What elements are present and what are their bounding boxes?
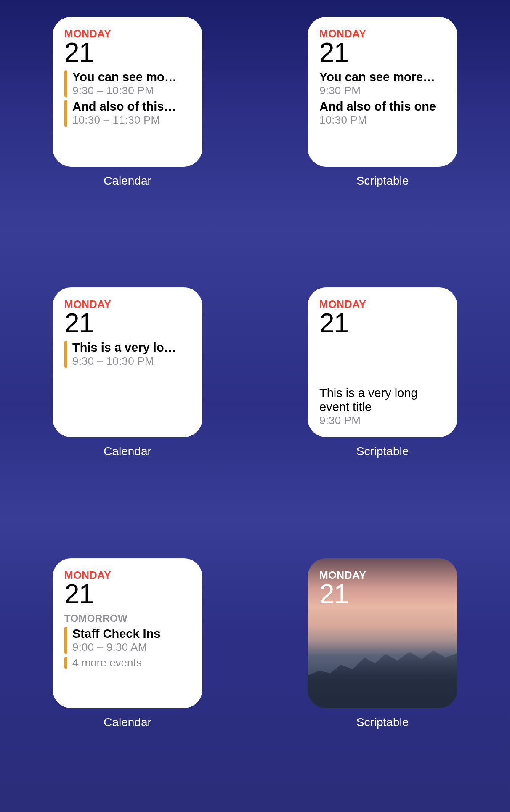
event-time: 10:30 – 11:30 PM [72,114,176,127]
calendar-widget[interactable]: MONDAY 21 You can see mo… 9:30 – 10:30 P… [53,17,202,167]
scriptable-widget[interactable]: MONDAY 21 This is a very long event titl… [308,287,457,437]
event-row: You can see more o… 9:30 PM [319,70,446,97]
event-time: 9:30 PM [319,84,437,97]
event-title: And also of this one [319,100,436,114]
day-number: 21 [64,39,191,66]
day-number: 21 [64,581,191,608]
widget-caption: Scriptable [356,445,409,458]
event-row: You can see mo… 9:30 – 10:30 PM [64,70,191,97]
event-title: You can see more o… [319,70,437,84]
event-color-bar [64,100,67,127]
scriptable-widget[interactable]: MONDAY 21 [308,558,457,708]
widget-caption: Scriptable [356,716,409,729]
day-number: 21 [319,310,446,337]
event-time: 9:30 PM [319,414,446,427]
event-row: And also of this… 10:30 – 11:30 PM [64,100,191,127]
widget-caption: Scriptable [356,174,409,188]
day-number: 21 [64,310,191,337]
widget-caption: Calendar [104,445,151,458]
event-row: Staff Check Ins 9:00 – 9:30 AM [64,627,191,654]
scriptable-widget[interactable]: MONDAY 21 You can see more o… 9:30 PM An… [308,17,457,167]
event-time: 9:30 – 10:30 PM [72,355,176,368]
event-color-bar [64,657,67,669]
more-events-row: 4 more events [64,656,191,669]
section-label: TOMORROW [64,613,191,624]
event-title: And also of this… [72,100,176,114]
more-events-label: 4 more events [72,656,142,669]
event-time: 10:30 PM [319,114,436,127]
event-time: 9:30 – 10:30 PM [72,84,177,97]
event-row: This is a very lo… 9:30 – 10:30 PM [64,341,191,368]
event-title: You can see mo… [72,70,177,84]
event-color-bar [64,627,67,654]
widget-caption: Calendar [104,174,151,188]
calendar-widget[interactable]: MONDAY 21 This is a very lo… 9:30 – 10:3… [53,287,202,437]
widget-caption: Calendar [104,716,151,729]
event-title: Staff Check Ins [72,627,161,641]
event-row: This is a very long event title 9:30 PM [319,386,446,427]
event-title: This is a very lo… [72,341,176,355]
event-color-bar [64,341,67,368]
event-color-bar [64,70,67,97]
event-title: This is a very long event title [319,386,446,414]
event-row: And also of this one 10:30 PM [319,100,446,127]
event-time: 9:00 – 9:30 AM [72,641,161,654]
calendar-widget[interactable]: MONDAY 21 TOMORROW Staff Check Ins 9:00 … [53,558,202,708]
day-number: 21 [319,581,446,608]
day-number: 21 [319,39,446,66]
